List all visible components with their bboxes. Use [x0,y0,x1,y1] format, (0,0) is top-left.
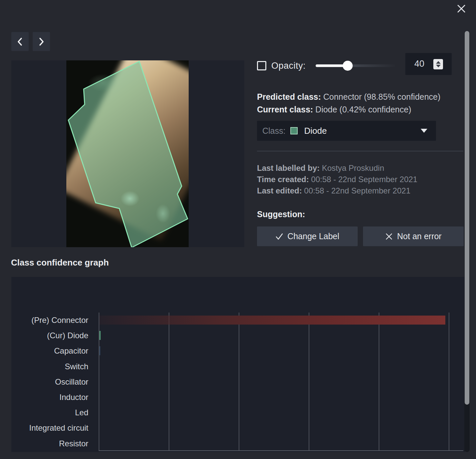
chart-title: Class confidence graph [11,258,109,268]
class-dropdown-label: Class: [262,126,285,136]
chevron-right-icon [38,37,45,46]
last-edited-value: 00:58 - 22nd September 2021 [304,186,410,195]
polygon-overlay[interactable] [66,60,189,247]
opacity-slider[interactable] [316,64,395,67]
suggestion-heading: Suggestion: [257,209,305,219]
chart-category-label: (Pre) Connector [11,315,88,326]
current-class-label: Current class: [257,105,313,114]
predicted-class-value: Connector (98.85% confidence) [323,92,441,101]
chevron-down-icon [421,129,427,133]
opacity-slider-handle[interactable] [343,61,353,71]
classification-summary: Predicted class: Connector (98.85% confi… [257,90,440,116]
change-label-button[interactable]: Change Label [257,226,358,246]
opacity-stepper[interactable] [433,59,443,69]
close-button[interactable] [455,3,467,15]
opacity-checkbox[interactable] [257,61,266,70]
chart-category-label: Resistor [11,438,88,449]
not-an-error-text: Not an error [397,232,441,241]
chart-category-label: Integrated circuit [11,423,88,433]
opacity-slider-track [348,64,395,67]
chart-category-label: Oscillator [11,377,88,387]
x-icon [385,233,393,241]
chart-category-label: (Cur) Diode [11,330,88,341]
time-created-row: Time created: 00:58 - 22nd September 202… [257,174,417,185]
chart-plot-area [99,313,463,451]
scrollbar-thumb[interactable] [465,31,469,405]
class-dropdown-value: Diode [304,126,327,136]
change-label-text: Change Label [287,232,339,241]
class-dropdown[interactable]: Class: Diode [257,121,436,141]
chart-category-label: Switch [11,361,88,372]
chart-bar [99,316,445,325]
chart-bar [99,331,101,340]
current-class-value: Diode (0.42% confidence) [315,105,411,114]
chart-category-label: Led [11,407,88,418]
chart-gridline [379,313,379,450]
predicted-class-row: Predicted class: Connector (98.85% confi… [257,90,440,103]
image-viewer [11,60,244,247]
chart-gridline [309,313,309,450]
next-button[interactable] [33,32,50,51]
previous-button[interactable] [11,32,29,51]
chart-bar [99,346,100,355]
chart-category-label: Capacitor [11,346,88,356]
time-created-label: Time created: [257,175,309,184]
chart-gridline [239,313,239,450]
chart-gridline [449,313,449,450]
annotation-photo [66,60,189,247]
scrollbar[interactable] [464,31,470,452]
chevron-left-icon [17,37,23,46]
class-color-swatch [290,127,298,134]
label-metadata: Last labelled by: Kostya Proskudin Time … [257,162,417,196]
labelled-by-label: Last labelled by: [257,163,320,172]
chart-category-label: Inductor [11,392,88,403]
opacity-value[interactable]: 40 [405,59,433,69]
not-an-error-button[interactable]: Not an error [363,226,464,246]
labelled-by-value: Kostya Proskudin [322,163,384,172]
labelled-by-row: Last labelled by: Kostya Proskudin [257,162,417,174]
confidence-chart: (Pre) Connector(Cur) DiodeCapacitorSwitc… [11,277,465,452]
opacity-label: Opacity: [271,61,306,71]
time-created-value: 00:58 - 22nd September 2021 [311,175,417,184]
opacity-value-box[interactable]: 40 [405,53,452,75]
stepper-down-icon[interactable] [436,65,441,67]
close-icon [457,4,466,13]
predicted-class-label: Predicted class: [257,92,321,101]
last-edited-label: Last edited: [257,186,302,195]
check-icon [275,233,283,241]
last-edited-row: Last edited: 00:58 - 22nd September 2021 [257,185,417,196]
chart-gridline [169,313,169,450]
current-class-row: Current class: Diode (0.42% confidence) [257,103,440,116]
stepper-up-icon[interactable] [436,61,441,64]
divider [257,151,463,151]
